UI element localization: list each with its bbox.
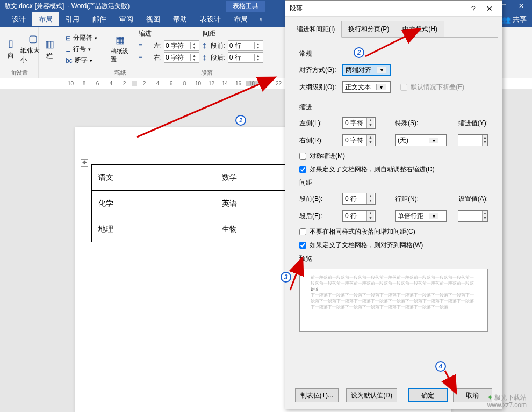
indent-left-spinner[interactable]: ▲▼	[164, 40, 199, 51]
manuscript-group-label: 稿纸	[111, 68, 130, 77]
up-icon[interactable]: ▲	[483, 211, 487, 215]
indent-left-icon: ≡	[139, 42, 142, 49]
dropdown-icon[interactable]: ▾	[376, 84, 386, 90]
dropdown-icon[interactable]: ▾	[377, 67, 386, 73]
dropdown-icon[interactable]: ▾	[429, 213, 438, 219]
spacing-after-spinner[interactable]: ▲▼	[228, 52, 263, 63]
down-icon[interactable]: ▼	[191, 57, 198, 61]
indent-right-icon: ≡	[139, 54, 142, 61]
outline-label: 大纲级别(O):	[299, 83, 338, 92]
indent-right-spinner[interactable]: ▲▼	[164, 52, 199, 63]
columns-icon: ▥	[43, 38, 56, 50]
preview-box: 前一段落前一段落前一段落前一段落前一段落前一段落前一段落前一段落前一段落前一段落…	[299, 269, 488, 332]
left-indent-label: 左侧(L):	[299, 119, 338, 128]
tab-table-layout[interactable]: 布局	[227, 12, 254, 26]
dropdown-icon[interactable]: ▾	[429, 138, 438, 143]
cancel-button[interactable]: 取消	[453, 388, 492, 402]
dialog-tabs: 缩进和间距(I) 换行和分页(P) 中文版式(H)	[290, 21, 498, 38]
spacing-after-icon: ‡	[203, 54, 206, 61]
orientation-icon: ▯	[4, 37, 17, 50]
close-icon[interactable]: ✕	[515, 2, 528, 10]
indent-header: 缩进	[139, 29, 199, 38]
at-spinner[interactable]: ▲▼	[458, 210, 488, 222]
set-default-button[interactable]: 设为默认值(D)	[346, 388, 398, 402]
annotation-step-4: 4	[435, 361, 446, 372]
tab-view[interactable]: 视图	[140, 12, 167, 26]
down-icon[interactable]: ▼	[255, 46, 262, 49]
hyphenation-button[interactable]: bc断字▾	[64, 55, 98, 66]
up-icon[interactable]: ▲	[255, 42, 262, 46]
no-space-same-checkbox[interactable]	[299, 228, 306, 235]
up-icon[interactable]: ▲	[191, 54, 198, 57]
line-spacing-label: 行距(N):	[395, 194, 424, 204]
table-move-handle-icon[interactable]: ✥	[81, 159, 88, 167]
watermark-logo-icon: ✦	[487, 394, 493, 401]
outline-combo[interactable]: ▾	[342, 81, 391, 93]
tab-review[interactable]: 审阅	[113, 12, 140, 26]
line-numbers-button[interactable]: ≣行号▾	[64, 44, 98, 54]
table-cell[interactable]: 地理	[92, 216, 215, 242]
down-icon[interactable]: ▼	[367, 140, 374, 144]
columns-button[interactable]: ▥ 栏	[43, 29, 56, 69]
tab-help[interactable]: 帮助	[167, 12, 193, 26]
special-combo[interactable]: ▾	[395, 134, 447, 146]
tab-asian-typography[interactable]: 中文版式(H)	[396, 21, 444, 38]
spacing-before-spinner[interactable]: ▲▼	[228, 40, 263, 51]
tab-design[interactable]: 设计	[5, 12, 32, 26]
up-icon[interactable]: ▲	[483, 135, 487, 140]
down-icon[interactable]: ▼	[367, 122, 374, 127]
up-icon[interactable]: ▲	[367, 118, 374, 122]
paper-size-icon: ▢	[26, 32, 39, 45]
up-icon[interactable]: ▲	[367, 211, 374, 215]
orientation-button[interactable]: ▯ 向	[4, 29, 17, 68]
dialog-title: 段落	[290, 4, 465, 13]
preview-label: 预览	[299, 254, 488, 263]
alignment-label: 对齐方式(G):	[299, 66, 338, 75]
doc-filename: 散文.docx	[4, 2, 33, 11]
up-icon[interactable]: ▲	[255, 54, 262, 57]
tab-mailings[interactable]: 邮件	[86, 12, 113, 26]
page-setup-group-label: 面设置	[4, 68, 34, 77]
dialog-close-icon[interactable]: ✕	[481, 4, 498, 13]
spacing-before-icon: ‡	[203, 42, 206, 49]
tab-line-page-breaks[interactable]: 换行和分页(P)	[341, 21, 396, 38]
tab-layout[interactable]: 布局	[32, 12, 59, 26]
up-icon[interactable]: ▲	[367, 193, 374, 198]
manuscript-button[interactable]: ▦ 稿纸设置	[111, 29, 130, 68]
ok-button[interactable]: 确定	[408, 388, 447, 402]
right-indent-spinner[interactable]: ▲▼	[342, 134, 376, 146]
tell-me-icon[interactable]: ♀	[258, 16, 264, 24]
down-icon[interactable]: ▼	[255, 57, 262, 61]
tabs-button[interactable]: 制表位(T)...	[295, 388, 339, 402]
tab-indent-spacing[interactable]: 缩进和间距(I)	[290, 21, 342, 38]
by-spinner[interactable]: ▲▼	[458, 134, 488, 146]
table-cell[interactable]: 语文	[92, 165, 215, 191]
after-spinner[interactable]: ▲▼	[342, 210, 376, 222]
table-cell[interactable]: 化学	[92, 191, 215, 216]
down-icon[interactable]: ▼	[367, 198, 374, 203]
down-icon[interactable]: ▼	[483, 140, 487, 144]
share-button[interactable]: 👥 共享	[502, 15, 527, 24]
down-icon[interactable]: ▼	[191, 46, 198, 49]
line-spacing-combo[interactable]: ▾	[395, 210, 447, 222]
mirror-indent-checkbox[interactable]	[299, 153, 306, 160]
down-icon[interactable]: ▼	[367, 215, 374, 220]
alignment-combo[interactable]: ▾	[342, 64, 391, 76]
right-indent-label: 右侧(R):	[299, 136, 338, 145]
up-icon[interactable]: ▲	[191, 42, 198, 46]
before-spinner[interactable]: ▲▼	[342, 193, 376, 205]
grid-indent-checkbox[interactable]	[299, 166, 306, 173]
dialog-help-icon[interactable]: ?	[465, 4, 481, 13]
down-icon[interactable]: ▼	[483, 215, 487, 220]
breaks-button[interactable]: ⊟分隔符▾	[64, 33, 98, 43]
dialog-titlebar[interactable]: 段落 ? ✕	[285, 1, 502, 17]
tab-table-design[interactable]: 表设计	[193, 12, 227, 26]
before-label: 段前(B):	[299, 194, 338, 204]
grid-align-checkbox[interactable]	[299, 242, 306, 249]
indent-section-label: 缩进	[299, 103, 488, 112]
line-numbers-icon: ≣	[66, 46, 71, 53]
breaks-icon: ⊟	[66, 34, 71, 42]
up-icon[interactable]: ▲	[367, 135, 374, 140]
left-indent-spinner[interactable]: ▲▼	[342, 117, 376, 129]
tab-references[interactable]: 引用	[59, 12, 86, 26]
